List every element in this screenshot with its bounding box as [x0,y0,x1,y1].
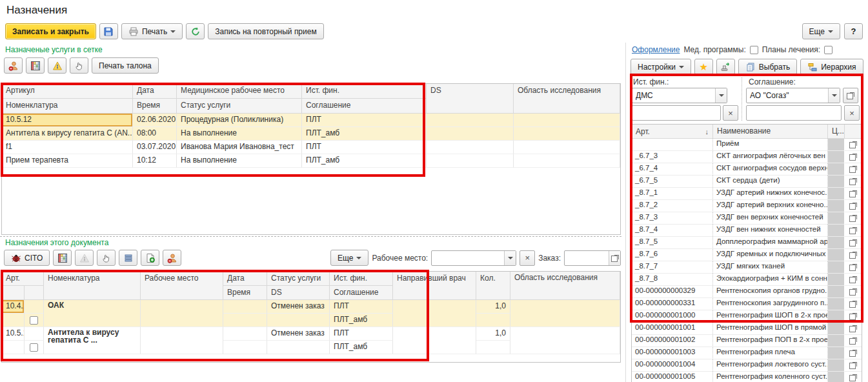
list-item[interactable]: 00-000000000329 Рентгеноскопия органов г… [632,286,862,298]
more-button-doc[interactable]: Еще [330,250,368,266]
cell-price[interactable] [828,225,845,237]
pick-button[interactable] [716,59,735,75]
open-icon[interactable] [609,251,620,265]
cell-agreement[interactable]: ПЛТ_амб [330,341,393,354]
cell-art[interactable]: _6.7_4 [632,163,713,176]
open-item-button[interactable] [845,151,862,163]
cell-time[interactable] [223,314,267,327]
cell-area[interactable] [510,300,620,327]
cell-name[interactable]: Рентгенография плеча [713,347,828,359]
open-item-button[interactable] [845,359,862,372]
order-field[interactable] [564,250,621,266]
help-button[interactable]: ? [844,23,863,39]
open-item-button[interactable] [845,200,862,212]
cell-fin[interactable]: ПЛТ [330,300,393,314]
cell-area[interactable] [510,327,620,354]
open-item-button[interactable] [845,286,862,298]
cell-art[interactable] [632,139,713,151]
open-item-button[interactable] [845,274,862,286]
workplace-combo[interactable] [431,250,516,266]
cell-workplace[interactable] [141,300,223,327]
open-item-button[interactable] [845,310,862,323]
cell-status[interactable]: На выполнение [177,154,302,168]
cell-doctor[interactable] [393,327,476,354]
cell-art[interactable]: 00-000000001002 [632,335,713,347]
cell-time[interactable]: 10:12 [133,154,177,168]
cell-nomenklatura[interactable]: ОАК [44,300,141,327]
list-item[interactable]: _8.7_7 УЗДГ мягких тканей [632,261,862,274]
list-item[interactable]: _8.7_3 УЗДГ вен верхних конечностей [632,212,862,225]
cell-area2[interactable] [514,154,620,168]
chevron-down-icon[interactable] [715,88,727,103]
cito-button[interactable]: CITO [4,250,50,266]
table-row[interactable]: 10.5.12 02.06.2020 Процедурная (Поликлин… [2,114,620,141]
cell-name[interactable]: Рентгенография ШОП в 2-х прое... [713,310,828,323]
list-item[interactable]: 00-000000001002 Рентгенография ПОП в 2-х… [632,335,862,347]
cell-price[interactable] [828,347,845,359]
table-row[interactable]: 10.4.1 ОАК Отменен заказ ПЛТ 1,0 ПЛТ_амб [2,300,620,327]
med-programs-checkbox[interactable] [750,46,758,54]
pane-splitter-horizontal[interactable] [0,236,621,237]
row-checkbox[interactable] [30,343,38,352]
cell-price[interactable] [828,212,845,225]
agreement-combo[interactable]: АО "Согаз" [746,88,840,103]
cell-artikul[interactable]: f1 [2,141,133,154]
list-item[interactable]: _8.7_6 УЗДГ яремных и подключичных ... [632,249,862,261]
cell-art[interactable]: 00-000000000331 [632,298,713,310]
cell-area[interactable] [514,141,620,154]
list-item[interactable]: 00-000000001003 Рентгенография плеча [632,347,862,359]
name-search-input[interactable] [746,105,842,121]
art-search-clear-button[interactable] [723,105,738,121]
open-item-button[interactable] [845,347,862,359]
cell-price[interactable] [828,200,845,212]
name-search-clear-button[interactable] [844,105,860,121]
cell-nomenklatura[interactable]: Антитела к вирусу гепатита С (AN... [2,127,133,141]
list-item[interactable]: _8.7_1 УЗДГ артерий нижних конечнос... [632,188,862,200]
cell-workplace[interactable]: Иванова Мария Ивановна_тест [177,141,302,154]
cell-area[interactable] [514,114,620,127]
add-document-button[interactable] [141,250,159,266]
hand-pick-button[interactable] [97,250,116,266]
row-checkbox-cell[interactable] [25,341,44,354]
cell-price[interactable] [828,286,845,298]
cell-nomenklatura[interactable]: Антитела к вирусу гепатита С ... [44,327,141,354]
open-item-button[interactable] [845,335,862,347]
cell-date[interactable]: 03.07.2020 [133,141,177,154]
hand-pick-button[interactable] [70,57,88,74]
cell-name[interactable]: УЗДГ яремных и подключичных ... [713,249,828,261]
cell-doctor[interactable] [393,300,476,327]
cell-name[interactable]: СКТ ангиография сосудов верхн... [713,163,828,176]
list-item[interactable]: _8.7_4 УЗДГ вен нижних конечностей [632,225,862,237]
cell-price[interactable] [828,188,845,200]
cell-price[interactable] [828,298,845,310]
cell-agreement[interactable]: ПЛТ_амб [302,154,427,168]
cell-nomenklatura[interactable]: Прием терапевта [2,154,133,168]
save-button[interactable] [99,23,118,39]
treatment-plans-checkbox[interactable] [824,46,833,54]
hierarchy-button[interactable]: Иерархия [800,59,863,75]
cell-time[interactable]: 08:00 [133,127,177,141]
list-item[interactable]: _8.7_5 Допплерография маммарной ар... [632,237,862,249]
cell-price[interactable] [828,151,845,163]
cell-ds[interactable] [427,114,514,127]
open-item-button[interactable] [845,139,862,151]
schedule-grid-button[interactable] [53,250,72,266]
cell-name[interactable]: Допплерография маммарной ар... [713,237,828,249]
list-item[interactable]: _6.7_5 СКТ сердца (дети) [632,176,862,188]
cell-price[interactable] [828,372,845,382]
table-row[interactable]: f1 03.07.2020 Иванова Мария Ивановна_тес… [2,141,620,168]
select-button[interactable]: Выбрать [738,59,797,75]
cell-fin[interactable]: ПЛТ [330,327,393,341]
open-item-button[interactable] [845,163,862,176]
list-item[interactable]: 00-000000001000 Рентгенография ШОП в 2-х… [632,310,862,323]
repeat-appointment-button[interactable]: Запись на повторный прием [208,23,323,39]
cell-art[interactable]: 00-000000001004 [632,359,713,372]
cell-price[interactable] [828,274,845,286]
row-checkbox[interactable] [30,316,38,325]
fin-source-combo[interactable]: ДМС [632,88,727,103]
cell-status[interactable]: Отменен заказ [267,327,330,341]
col-art-sortable[interactable]: Арт. [632,125,713,139]
table-row[interactable]: 10.5.12 Антитела к вирусу гепатита С ...… [2,327,620,354]
cell-artikul[interactable]: 10.5.12 [2,114,133,127]
info-warning-button[interactable] [48,57,66,74]
